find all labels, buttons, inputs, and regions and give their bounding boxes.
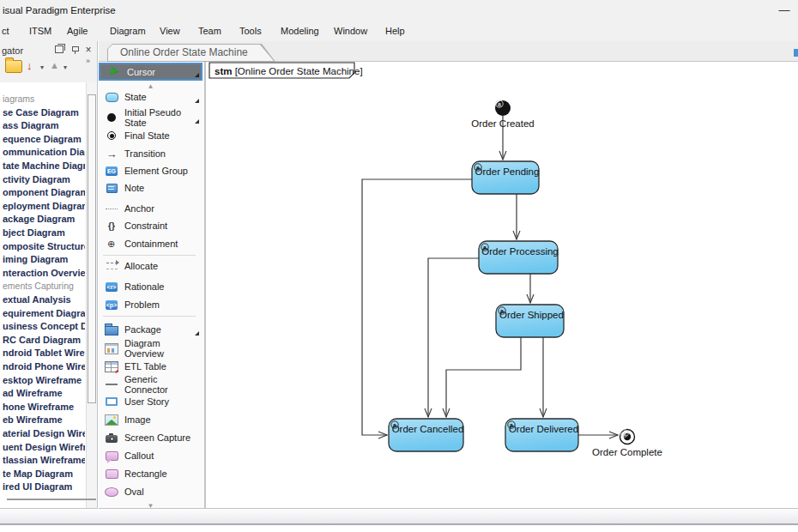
nav-item-ommunication-diagram[interactable]: ommunication Diagram — [3, 146, 85, 159]
element-group-icon: EG — [105, 165, 118, 177]
toolbar-overflow-icon[interactable]: » — [86, 57, 90, 65]
tool-containment[interactable]: Containment — [105, 236, 201, 251]
tool-diagram-overview[interactable]: Diagram Overview — [105, 341, 201, 356]
tool-screen-capture[interactable]: Screen Capture — [105, 430, 201, 445]
menu-itsm[interactable]: ITSM — [29, 26, 51, 36]
menu-modeling[interactable]: Modeling — [281, 26, 319, 36]
diagram-tab-label[interactable]: Online Order State Machine — [108, 45, 274, 61]
nav-item-omponent-diagram[interactable]: omponent Diagram — [3, 186, 85, 199]
state-order-pending[interactable]: Order Pending — [472, 161, 539, 194]
flyout-corner-icon — [195, 99, 199, 103]
tool-label: State — [124, 92, 147, 102]
nav-item-equirement-diagram[interactable]: equirement Diagram — [3, 307, 85, 320]
tool-rectangle[interactable]: Rectangle — [105, 466, 201, 481]
chevron-down-icon[interactable]: ▾ — [40, 63, 44, 71]
nav-item-eployment-diagram[interactable]: eployment Diagram — [3, 200, 85, 213]
float-panel-icon[interactable] — [53, 44, 65, 55]
nav-section-ements-capturing: ements Capturing — [3, 280, 85, 293]
nav-item-iming-diagram[interactable]: iming Diagram — [3, 253, 85, 266]
tool-problem[interactable]: <p>Problem — [105, 297, 201, 312]
nav-item-tate-machine-diagram[interactable]: tate Machine Diagram — [3, 160, 85, 172]
tool-element-group[interactable]: EGElement Group — [105, 163, 201, 178]
navigator-vertical-scrollbar[interactable] — [86, 82, 97, 508]
transition-processing-to-cancelled[interactable] — [428, 258, 479, 417]
menu-help[interactable]: Help — [385, 26, 405, 36]
nav-item-usiness-concept-diagram[interactable]: usiness Concept Diagram — [3, 320, 85, 333]
nav-item-te-map-diagram[interactable]: te Map Diagram — [3, 468, 85, 481]
nav-item-nteraction-overview-diagram[interactable]: nteraction Overview Diagram — [3, 267, 85, 280]
final-state[interactable]: Order Complete — [592, 430, 662, 458]
nav-item-omposite-structure-diagram[interactable]: omposite Structure Diagram — [3, 240, 85, 253]
nav-item-ndroid-tablet-wireframe[interactable]: ndroid Tablet Wireframe — [3, 347, 85, 360]
state-order-cancelled[interactable]: Order Cancelled — [389, 419, 463, 451]
menu-agile[interactable]: Agile — [67, 26, 88, 36]
nav-item-eb-wireframe[interactable]: eb Wireframe — [3, 414, 85, 426]
tool-anchor[interactable]: Anchor — [105, 201, 201, 216]
nav-item-ired-ui-diagram[interactable]: ired UI Diagram — [3, 481, 85, 493]
collapse-all-icon[interactable]: ▲ — [50, 60, 59, 70]
tab-bar-edge-widget[interactable] — [794, 49, 798, 57]
tool-generic-connector[interactable]: Generic Connector — [105, 377, 201, 392]
problem-icon: <p> — [105, 299, 118, 311]
nav-item-tlassian-wireframe[interactable]: tlassian Wireframe — [3, 454, 85, 467]
tool-etl-table[interactable]: ETL Table — [105, 359, 201, 374]
minimize-button[interactable]: — — [773, 2, 795, 19]
state-order-delivered[interactable]: Order Delivered — [505, 419, 578, 451]
diagram-canvas[interactable]: stm [Online Order State Machine]Order Cr… — [205, 62, 798, 509]
nav-item-ndroid-phone-wireframe[interactable]: ndroid Phone Wireframe — [3, 360, 85, 373]
tool-initial-pseudo-state[interactable]: Initial Pseudo State — [105, 110, 201, 125]
tool-label: Diagram Overview — [124, 338, 201, 359]
pin-panel-icon[interactable] — [69, 44, 81, 55]
tool-state[interactable]: State — [105, 89, 201, 105]
tool-note[interactable]: Note — [105, 180, 201, 196]
nav-item-se-case-diagram[interactable]: se Case Diagram — [3, 106, 85, 119]
menu-window[interactable]: Window — [334, 26, 367, 36]
nav-item-esktop-wireframe[interactable]: esktop Wireframe — [3, 374, 85, 387]
nav-item-ad-wireframe[interactable]: ad Wireframe — [3, 387, 85, 400]
tool-cursor[interactable]: Cursor — [99, 63, 203, 81]
nav-item-bject-diagram[interactable]: bject Diagram — [3, 227, 85, 239]
tool-package[interactable]: Package — [105, 322, 201, 337]
close-panel-icon[interactable]: × — [82, 44, 94, 55]
sort-icon[interactable]: ↓ — [27, 59, 33, 72]
menu-view[interactable]: View — [160, 26, 180, 36]
transition-pending-to-cancelled[interactable] — [362, 179, 472, 435]
user-story-icon — [105, 396, 118, 408]
nav-item-ass-diagram[interactable]: ass Diagram — [3, 119, 85, 132]
tool-oval[interactable]: Oval — [105, 484, 201, 499]
state-order-processing[interactable]: Order Processing — [479, 241, 559, 274]
menu-ct[interactable]: ct — [2, 26, 9, 36]
cursor-icon — [107, 66, 121, 78]
tool-allocate[interactable]: Allocate — [105, 258, 201, 274]
tool-callout[interactable]: Callout — [105, 448, 201, 463]
nav-item-ctivity-diagram[interactable]: ctivity Diagram — [3, 173, 85, 186]
nav-item-equence-diagram[interactable]: equence Diagram — [3, 133, 85, 146]
nav-item-hone-wireframe[interactable]: hone Wireframe — [3, 401, 85, 414]
state-label: Order Cancelled — [392, 424, 464, 434]
nav-item-rc-card-diagram[interactable]: RC Card Diagram — [3, 334, 85, 347]
tool-image[interactable]: Image — [105, 412, 201, 427]
scrollbar-thumb[interactable] — [88, 94, 96, 403]
rectangle-icon — [105, 468, 118, 480]
tool-transition[interactable]: Transition — [105, 146, 201, 161]
tool-final-state[interactable]: Final State — [105, 128, 201, 143]
pin-icon — [71, 45, 79, 54]
generic-connector-icon — [105, 378, 118, 390]
state-order-shipped[interactable]: Order Shipped — [496, 305, 564, 337]
tool-label: Callout — [124, 450, 154, 461]
chevron-down-icon[interactable]: ▾ — [63, 63, 67, 71]
nav-item-uent-design-wireframe[interactable]: uent Design Wireframe — [3, 441, 85, 454]
transition-shipped-to-cancelled[interactable] — [446, 337, 521, 417]
initial-state-label: Order Created — [471, 118, 535, 129]
nav-item-ackage-diagram[interactable]: ackage Diagram — [3, 213, 85, 226]
navigator-horizontal-scrollbar[interactable] — [7, 499, 96, 500]
nav-item-aterial-design-wireframe[interactable]: aterial Design Wireframe — [3, 427, 85, 440]
tool-rationale[interactable]: <r>Rationale — [105, 279, 201, 294]
menu-team[interactable]: Team — [198, 26, 221, 36]
nav-item-extual-analysis[interactable]: extual Analysis — [3, 293, 85, 306]
menu-tools[interactable]: Tools — [239, 26, 262, 36]
menu-diagram[interactable]: Diagram — [110, 26, 146, 36]
tool-user-story[interactable]: User Story — [105, 394, 201, 409]
open-folder-icon[interactable] — [5, 60, 22, 73]
tool-constraint[interactable]: Constraint — [105, 218, 201, 233]
